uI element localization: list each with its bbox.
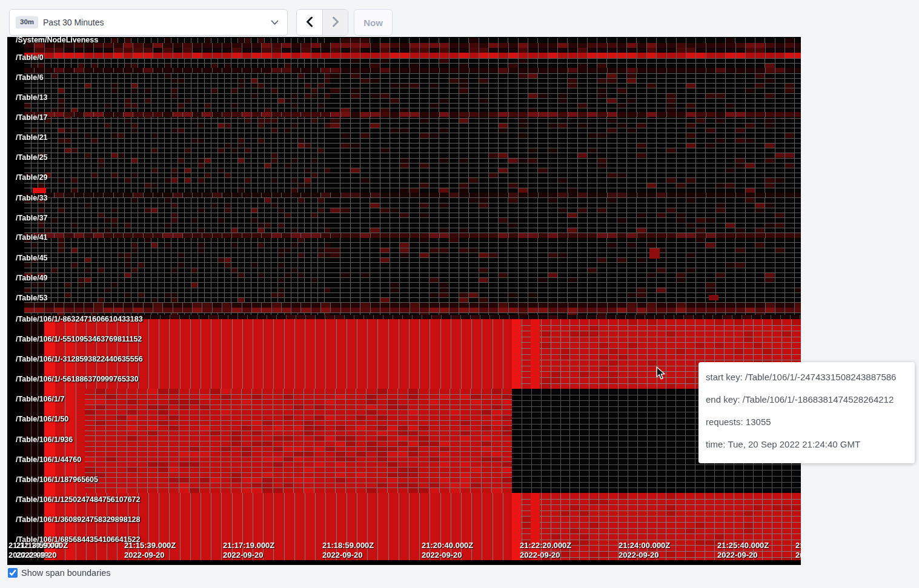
span-boundaries-toggle[interactable]: Show span boundaries <box>8 568 111 578</box>
prev-time-button[interactable] <box>297 10 322 35</box>
keyviz-heatmap: /System/NodeLiveness/Table/0/Table/6/Tab… <box>7 37 801 565</box>
chevron-left-icon <box>305 16 314 29</box>
time-range-dropdown[interactable]: 30m Past 30 Minutes <box>9 9 288 36</box>
time-range-label: Past 30 Minutes <box>43 18 271 27</box>
hover-tooltip: start key: /Table/106/1/-247433150824388… <box>698 362 915 463</box>
key-visualizer-page: 30m Past 30 Minutes Now /System/NodeLive… <box>0 0 919 588</box>
chevron-down-icon <box>271 17 279 28</box>
tooltip-line: requests: 13055 <box>706 411 907 433</box>
keyviz-canvas[interactable] <box>7 38 801 565</box>
span-boundaries-checkbox[interactable] <box>8 568 18 578</box>
time-nav-group <box>296 9 348 36</box>
now-button[interactable]: Now <box>354 9 393 36</box>
tooltip-line: time: Tue, 20 Sep 2022 21:24:40 GMT <box>706 433 907 455</box>
tooltip-line: start key: /Table/106/1/-247433150824388… <box>706 366 907 388</box>
span-boundaries-label[interactable]: Show span boundaries <box>21 568 111 578</box>
duration-badge: 30m <box>16 16 38 28</box>
next-time-button[interactable] <box>322 10 348 35</box>
chevron-right-icon <box>331 16 340 29</box>
tooltip-line: end key: /Table/106/1/-18683814745282642… <box>706 388 907 411</box>
